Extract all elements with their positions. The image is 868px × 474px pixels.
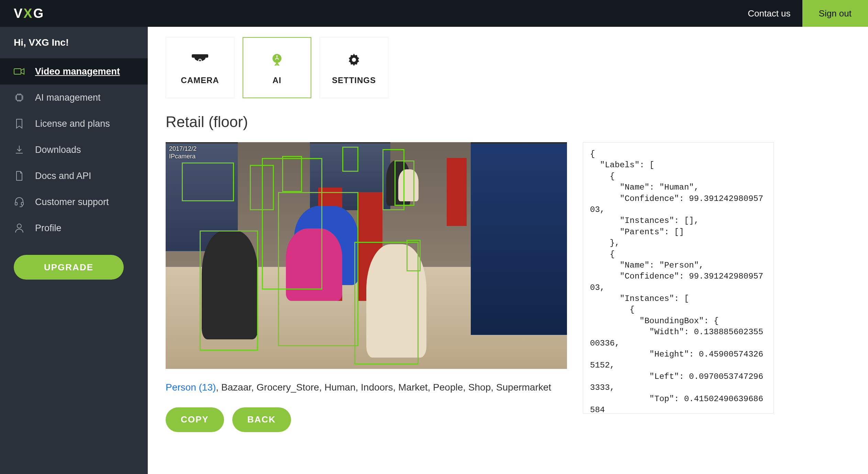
document-icon xyxy=(14,170,25,181)
headset-icon xyxy=(14,196,25,207)
svg-rect-3 xyxy=(21,202,23,205)
bookmark-icon xyxy=(14,118,25,129)
svg-rect-5 xyxy=(192,54,208,58)
video-camera-icon xyxy=(14,66,25,77)
sidebar-item-docs-and-api[interactable]: Docs and API xyxy=(0,163,148,189)
svg-rect-0 xyxy=(14,69,21,74)
upgrade-button[interactable]: UPGRADE xyxy=(14,255,124,280)
svg-rect-1 xyxy=(16,95,22,100)
tab-label: SETTINGS xyxy=(332,76,376,85)
detection-tags: Person (13), Bazaar, Grocery_Store, Huma… xyxy=(166,379,567,396)
sidebar-item-customer-support[interactable]: Customer support xyxy=(0,189,148,215)
sidebar-nav: Video management AI management License a… xyxy=(0,58,148,241)
chip-icon xyxy=(14,92,25,103)
tab-settings[interactable]: SETTINGS xyxy=(320,37,388,98)
sidebar-item-profile[interactable]: Profile xyxy=(0,215,148,241)
gear-icon xyxy=(344,50,364,69)
ai-brain-icon xyxy=(267,50,287,69)
copy-button[interactable]: COPY xyxy=(166,407,224,432)
svg-point-9 xyxy=(276,55,278,57)
svg-rect-2 xyxy=(15,202,17,205)
camera-dome-icon xyxy=(190,50,210,69)
svg-point-11 xyxy=(275,59,276,60)
tab-camera[interactable]: CAMERA xyxy=(166,37,234,98)
sidebar-item-ai-management[interactable]: AI management xyxy=(0,84,148,111)
user-icon xyxy=(14,223,25,234)
contact-us-link[interactable]: Contact us xyxy=(736,0,802,27)
sidebar-item-label: Downloads xyxy=(35,145,81,155)
svg-point-10 xyxy=(278,59,279,60)
logo-letter: V xyxy=(14,6,23,21)
download-icon xyxy=(14,144,25,155)
tab-label: AI xyxy=(272,76,281,85)
video-frame[interactable]: 2017/12/2IPcamera xyxy=(166,142,567,369)
sidebar-item-label: AI management xyxy=(35,92,101,103)
logo-letter: G xyxy=(33,6,44,21)
sign-out-button[interactable]: Sign out xyxy=(802,0,868,27)
tabbar: CAMERA AI SETTINGS xyxy=(166,37,850,98)
greeting-text: Hi, VXG Inc! xyxy=(0,27,148,58)
tab-ai[interactable]: AI xyxy=(243,37,311,98)
detection-tag-list: , Bazaar, Grocery_Store, Human, Indoors,… xyxy=(216,382,551,393)
page-title: Retail (floor) xyxy=(166,113,850,131)
back-button[interactable]: BACK xyxy=(232,407,291,432)
sidebar-item-label: Docs and API xyxy=(35,171,91,181)
sidebar-item-video-management[interactable]: Video management xyxy=(0,58,148,84)
sidebar-item-label: License and plans xyxy=(35,118,110,129)
primary-detection-tag[interactable]: Person (13) xyxy=(166,382,216,393)
svg-point-12 xyxy=(352,58,356,62)
main-content: CAMERA AI SETTINGS Retail (floor) xyxy=(148,27,868,474)
logo: VXG xyxy=(14,6,44,21)
logo-letter-x: X xyxy=(23,6,32,21)
svg-point-4 xyxy=(17,224,21,228)
sidebar: Hi, VXG Inc! Video management AI managem… xyxy=(0,27,148,474)
sidebar-item-label: Customer support xyxy=(35,197,109,207)
sidebar-item-label: Video management xyxy=(35,66,120,77)
sidebar-item-license-and-plans[interactable]: License and plans xyxy=(0,111,148,137)
video-timestamp: 2017/12/2IPcamera xyxy=(169,145,197,160)
sidebar-item-label: Profile xyxy=(35,223,62,234)
svg-point-7 xyxy=(199,60,201,61)
sidebar-item-downloads[interactable]: Downloads xyxy=(0,137,148,163)
tab-label: CAMERA xyxy=(181,76,219,85)
topbar: VXG Contact us Sign out xyxy=(0,0,868,27)
json-output-panel[interactable]: { "Labels": [ { "Name": "Human", "Confid… xyxy=(583,142,774,414)
